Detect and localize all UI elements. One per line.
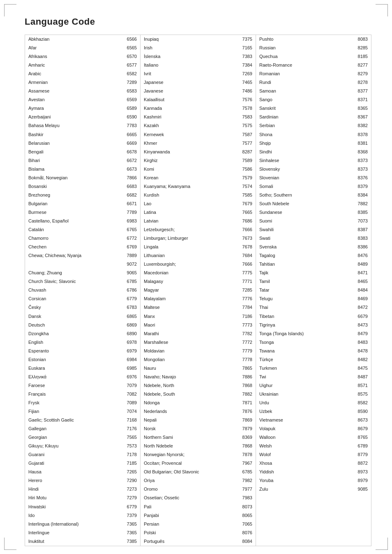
language-code: 8979: [352, 477, 368, 484]
language-name: Azerbaijani: [28, 114, 121, 121]
language-code: 8185: [352, 53, 368, 60]
table-row: Sindhi8368: [256, 148, 371, 156]
language-name: Avestan: [28, 96, 121, 103]
language-code: 8679: [352, 425, 368, 432]
language-name: Fijian: [28, 408, 121, 415]
table-row: Chewa; Chichewa; Nyanja7889: [25, 251, 140, 260]
language-code: 7783: [121, 122, 137, 129]
language-name: Vietnamese: [259, 417, 352, 424]
language-name: Nederlands: [144, 408, 237, 415]
table-row: Gallegan7176: [25, 424, 140, 433]
table-row: Tsonga8483: [256, 338, 371, 347]
language-code: 6665: [121, 131, 137, 138]
language-code: 7866: [121, 174, 137, 181]
language-code: 7879: [237, 425, 252, 432]
language-name: Lingala: [144, 243, 237, 250]
language-name: Old Bulgarian; Old Slavonic: [144, 468, 237, 475]
language-code: 8076: [237, 529, 252, 536]
language-name: Chuvash: [28, 287, 121, 294]
table-row: Moldavian7779: [141, 347, 256, 355]
language-name: Chewa; Chichewa; Nyanja: [28, 252, 121, 259]
language-code: 6789: [352, 443, 368, 450]
language-code: 8471: [352, 269, 368, 276]
language-code: 7082: [121, 391, 137, 398]
language-name: Sundanese: [259, 209, 352, 216]
table-row: Kinyarwanda8287: [141, 148, 256, 156]
language-name: Svenska: [259, 243, 352, 250]
language-code: 7982: [237, 477, 252, 484]
language-name: Komi: [144, 166, 237, 173]
language-code: 8489: [352, 261, 368, 268]
language-name: Hindi: [28, 486, 121, 493]
language-name: Mongolian: [144, 356, 237, 363]
language-name: Oromo: [144, 486, 237, 493]
language-code: 6679: [352, 313, 368, 320]
language-code: 7589: [237, 157, 252, 164]
language-code: 8084: [237, 538, 252, 545]
language-code: 8973: [352, 468, 368, 475]
language-code: 7168: [121, 417, 137, 424]
table-row: Estonian6984: [25, 355, 140, 364]
table-row: Bahasa Melayu7783: [25, 121, 140, 130]
language-name: Gikuyu; Kikuyu: [28, 443, 121, 450]
language-code: 7565: [121, 434, 137, 441]
table-row: Frysk7089: [25, 399, 140, 407]
table-row: Uzbek8590: [256, 407, 371, 416]
language-name: Telugu: [259, 295, 352, 302]
language-name: Burmese: [28, 209, 121, 216]
language-code: 6779: [121, 503, 137, 510]
corner-tl: [4, 4, 16, 16]
language-code: 7686: [237, 218, 252, 225]
language-name: Sinhalese: [259, 157, 352, 164]
language-name: Bulgarian: [28, 200, 121, 207]
language-name: Bokmål, Norwegian: [28, 174, 121, 181]
language-code: 8278: [352, 79, 368, 86]
language-name: Raeto-Romance: [259, 62, 352, 69]
language-code: 8083: [352, 36, 368, 43]
language-name: Hiri Motu: [28, 494, 121, 501]
table-row: Catalán6765: [25, 225, 140, 234]
table-row: Sundanese8385: [256, 208, 371, 217]
language-name: Pushto: [259, 36, 352, 43]
table-row: Yiddish8973: [256, 468, 371, 476]
language-code: 7871: [237, 399, 252, 406]
language-name: Yiddish: [259, 468, 352, 475]
language-code: 7065: [237, 521, 252, 528]
table-row: Vietnamese8673: [256, 416, 371, 424]
table-row: Mongolian7778: [141, 355, 256, 364]
language-code: 7666: [237, 226, 252, 233]
table-row: Abkhazian6566: [25, 35, 140, 44]
table-row: Inuktitut7385: [25, 537, 140, 546]
table-row: Dansk6865: [25, 312, 140, 321]
language-name: Tatar: [259, 287, 352, 294]
language-code: 7089: [121, 399, 137, 406]
table-row: Xhosa8872: [256, 459, 371, 468]
language-name: Inupiaq: [144, 36, 237, 43]
language-code: 7269: [237, 70, 252, 77]
language-code: 7384: [237, 62, 252, 69]
language-code: 8473: [352, 322, 368, 329]
table-row: Sotho; Southern8384: [256, 191, 371, 199]
language-code: 6785: [237, 468, 252, 475]
table-row: Chuvash6786: [25, 286, 140, 294]
language-name: Kazakh: [144, 122, 237, 129]
table-row: Turkmen8475: [256, 364, 371, 373]
language-code: 7383: [237, 53, 252, 60]
table-row: Sardinian8367: [256, 113, 371, 121]
language-name: Corsican: [28, 295, 121, 302]
language-name: Nepali: [144, 417, 237, 424]
language-code: 7265: [121, 468, 137, 475]
language-name: Persian: [144, 521, 237, 528]
language-name: Luxembourgish;: [144, 261, 237, 268]
language-code: 6783: [121, 304, 137, 311]
table-row: Italiano7384: [141, 61, 256, 70]
language-code: 7889: [121, 252, 137, 259]
corner-bl: [4, 538, 16, 550]
table-row: Yoruba8979: [256, 476, 371, 485]
table-row: Marathi7782: [141, 329, 256, 338]
language-name: Occitan; Provencal: [144, 460, 237, 467]
language-code: 7583: [237, 114, 252, 121]
language-code: 8287: [237, 148, 252, 155]
table-row: Old Bulgarian; Old Slavonic6785: [141, 468, 256, 476]
language-name: Português: [144, 538, 237, 545]
